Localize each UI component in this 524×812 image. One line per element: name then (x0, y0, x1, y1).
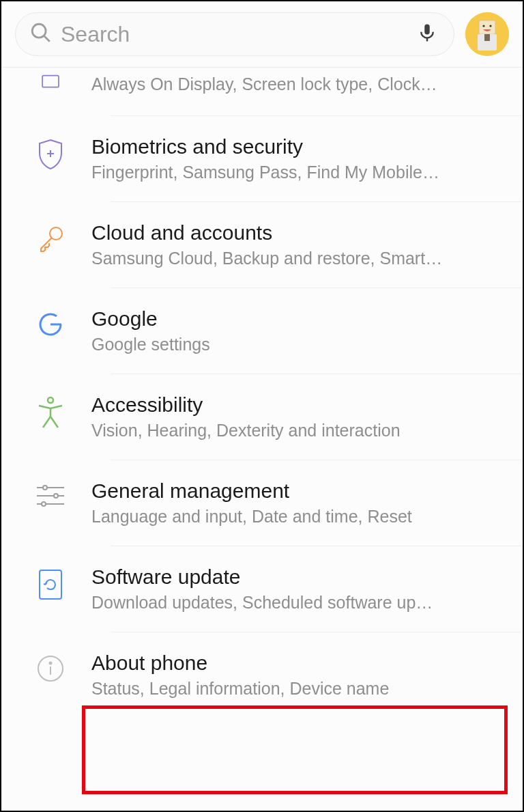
item-sub: Samsung Cloud, Backup and restore, Smart… (91, 249, 474, 268)
settings-item-cloud[interactable]: Cloud and accounts Samsung Cloud, Backup… (1, 202, 523, 288)
search-box[interactable]: Search (15, 12, 454, 56)
profile-avatar[interactable] (465, 12, 509, 56)
settings-item-google[interactable]: Google Google settings (1, 288, 523, 374)
item-title: General management (91, 479, 509, 503)
settings-item-about-phone[interactable]: About phone Status, Legal information, D… (1, 632, 523, 718)
item-sub: Fingerprint, Samsung Pass, Find My Mobil… (91, 163, 474, 182)
item-sub: Google settings (91, 335, 474, 354)
item-sub: Vision, Hearing, Dexterity and interacti… (91, 421, 474, 440)
accessibility-icon (36, 396, 65, 432)
svg-line-1 (44, 36, 50, 42)
item-title: Software update (91, 565, 509, 589)
item-title: Cloud and accounts (91, 221, 509, 244)
svg-point-23 (50, 662, 52, 664)
settings-item-biometrics[interactable]: Biometrics and security Fingerprint, Sam… (1, 116, 523, 201)
item-sub: Language and input, Date and time, Reset (91, 507, 474, 527)
settings-item-accessibility[interactable]: Accessibility Vision, Hearing, Dexterity… (1, 374, 523, 460)
svg-point-0 (32, 24, 46, 38)
settings-list: Always On Display, Screen lock type, Clo… (1, 67, 523, 718)
item-sub: Always On Display, Screen lock type, Clo… (91, 74, 474, 94)
item-title: About phone (91, 652, 509, 675)
item-sub: Status, Legal information, Device name (91, 679, 474, 699)
settings-item-general[interactable]: General management Language and input, D… (1, 460, 523, 546)
item-sub: Download updates, Scheduled software up… (91, 593, 474, 613)
svg-point-16 (43, 486, 47, 490)
mic-icon[interactable] (417, 20, 437, 48)
sliders-icon (35, 482, 66, 512)
settings-item-software-update[interactable]: Software update Download updates, Schedu… (1, 546, 523, 632)
svg-rect-10 (42, 76, 59, 87)
update-icon (38, 568, 63, 604)
top-bar: Search (1, 1, 523, 67)
search-placeholder: Search (61, 22, 417, 47)
lockscreen-icon (37, 74, 64, 100)
svg-rect-9 (484, 34, 490, 41)
google-icon (36, 310, 65, 341)
svg-rect-5 (479, 20, 495, 34)
settings-item-lockscreen[interactable]: Always On Display, Screen lock type, Clo… (1, 68, 523, 115)
svg-point-7 (489, 25, 491, 27)
item-title: Google (91, 307, 509, 331)
svg-rect-2 (424, 25, 430, 35)
svg-point-14 (48, 397, 53, 403)
shield-icon (36, 138, 65, 173)
highlight-annotation (82, 705, 508, 794)
svg-point-18 (54, 494, 58, 498)
search-icon (29, 21, 53, 47)
info-icon (36, 654, 65, 686)
svg-point-6 (482, 25, 484, 27)
svg-point-20 (42, 502, 46, 506)
key-icon (35, 224, 66, 257)
svg-rect-21 (40, 570, 61, 599)
item-title: Biometrics and security (91, 135, 509, 158)
item-title: Accessibility (91, 393, 509, 417)
